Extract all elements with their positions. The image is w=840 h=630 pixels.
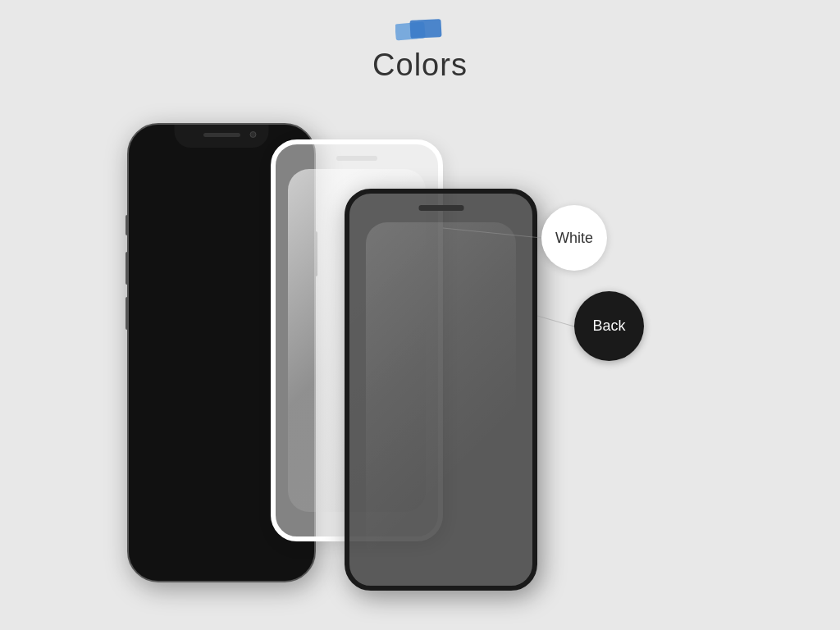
black-protector-notch [418,205,463,211]
page-title: Colors [372,48,468,83]
iphone-speaker [203,133,240,137]
white-label-text: White [555,230,593,247]
white-protector-notch [336,156,377,161]
iphone-notch [175,125,269,148]
black-protector-reflection [366,222,516,561]
iphone-mute-button [126,215,129,235]
svg-rect-1 [409,19,441,39]
black-label: Back [574,291,644,361]
black-label-text: Back [592,317,625,335]
white-label: White [541,205,607,271]
black-protector [345,189,537,591]
brand-logo-icon [395,16,445,41]
svg-line-3 [537,316,574,326]
main-content: White Back [0,90,840,630]
iphone-volume-up-button [126,252,129,285]
iphone-camera [250,131,257,138]
header: Colors [0,0,840,83]
iphone-volume-down-button [126,297,129,330]
